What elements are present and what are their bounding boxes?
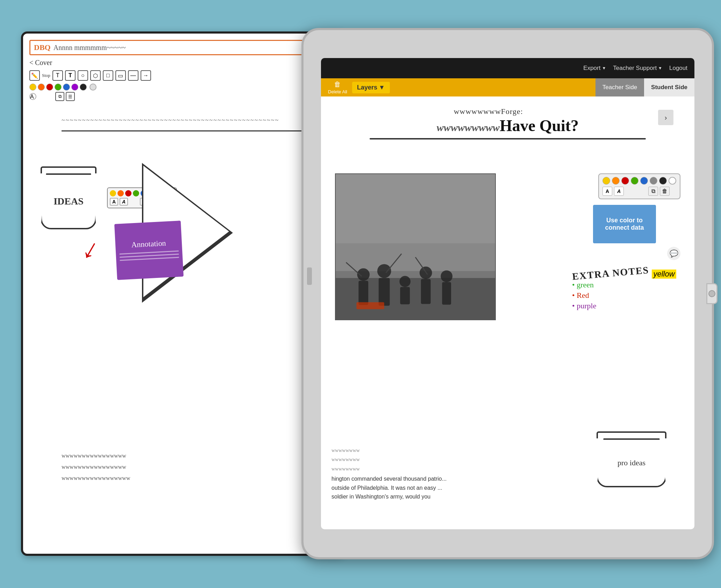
para-text: hington commanded several thousand patri… [331,474,569,501]
svg-rect-9 [400,287,410,304]
pencil-tool[interactable]: ✏️ [29,70,40,81]
side-circle [708,290,715,297]
soldiers-svg [336,173,495,320]
title-wavy-prefix: wwwwwwwww [437,122,500,133]
svg-rect-11 [421,279,431,304]
svg-point-8 [399,276,411,287]
wb-wavy-text: ~~~~~~~~~~~~~~~~~~~~~~~~~~~~~~~~~~~~~~~~… [62,117,279,124]
text-tool[interactable]: T [52,70,63,81]
line-tool[interactable]: — [128,70,138,81]
rect-tool[interactable]: □ [103,70,113,81]
svg-point-6 [377,264,391,278]
arrow-tool[interactable]: → [141,70,151,81]
delete-all-button[interactable]: 🗑 Delete All [328,80,347,94]
svg-point-12 [441,270,452,282]
color-purple[interactable] [71,84,78,91]
text-tool2[interactable]: T [65,70,76,81]
wb-dbq-label: DBQ [34,43,51,52]
teacher-support-button[interactable]: Teacher Support ▼ [613,65,662,72]
ip-font-a[interactable]: A [110,198,118,206]
cp-delete-btn[interactable]: 🗑 [660,187,670,196]
color-yellow[interactable] [29,84,36,91]
student-side-button[interactable]: Student Side [644,78,694,96]
svg-rect-13 [442,282,451,304]
pro-cup-body: pro ideas [597,438,666,487]
student-side-label: Student Side [651,84,687,91]
red-dot: • [572,291,577,300]
page-btn[interactable]: ☰ [66,92,75,101]
cp-font-a2[interactable]: A [614,187,624,196]
color-orange[interactable] [38,84,45,91]
circle-tool[interactable]: ○ [78,70,88,81]
teacher-support-caret: ▼ [658,66,662,71]
ann-line-3 [120,257,179,261]
speech-bubble-icon[interactable]: 💬 [667,247,680,260]
cp-row-2: A A ⧉ 🗑 [602,187,676,196]
svg-rect-2 [336,174,495,243]
annotation-lines [119,250,179,263]
whiteboard-palette: A ⧉ ☰ [29,84,99,101]
cp-white[interactable] [669,177,676,185]
cp-copy-btn[interactable]: ⧉ [648,187,658,196]
color-green[interactable] [55,84,62,91]
cup-body: IDEAS [41,173,97,229]
cp-green[interactable] [631,177,638,185]
ip-yellow[interactable] [110,190,116,196]
layers-caret: ▼ [379,84,385,91]
whiteboard-topbar: DBQ Annnn mmmmmm~~~~~ [29,40,334,55]
tablet-toolbar2: 🗑 Delete All Layers ▼ Teacher Side Stude… [321,78,694,96]
title-underline [370,138,646,139]
logout-button[interactable]: Logout [669,65,687,72]
content-title-area: wwwwwwwwForge: wwwwwwwwwHave Quit? [321,96,694,146]
ip-red[interactable] [125,190,131,196]
font-small[interactable]: A [29,93,36,100]
historical-image [335,173,496,320]
wb-wavy-area: ~~~~~~~~~~~~~~~~~~~~~~~~~~~~~~~~~~~~~~~~… [62,110,334,131]
purple-label: purple [577,301,596,310]
bottom-paragraph: wwwwwwww wwwwwwww wwwwwwww hington comma… [331,447,569,501]
svg-rect-7 [379,278,390,306]
title-wavy-1: wwwwwwwwForge: [335,107,680,116]
color-black[interactable] [80,84,87,91]
tablet-power-button[interactable] [307,267,312,285]
color-blue[interactable] [63,84,70,91]
next-page-button[interactable]: › [658,110,673,125]
pro-ideas-cup: pro ideas [597,431,666,487]
annotation-title: Annotation [131,238,166,249]
pro-cup-rim [597,431,666,438]
cp-font-a[interactable]: A [602,187,612,196]
cp-orange[interactable] [612,177,620,185]
cup-rim [41,166,97,173]
whiteboard: DBQ Annnn mmmmmm~~~~~ < Cover ✏️ Stop T … [21,31,343,556]
teacher-side-button[interactable]: Teacher Side [595,78,644,96]
cp-black[interactable] [659,177,667,185]
color-picker-panel: A A ⧉ 🗑 [598,173,680,199]
color-white[interactable] [90,84,97,91]
delete-icon: 🗑 [334,80,341,88]
cp-blue[interactable] [640,177,648,185]
teacher-side-label: Teacher Side [602,84,637,91]
pro-ideas-label: pro ideas [618,458,645,467]
bucket-tool[interactable]: ⬡ [90,70,101,81]
hist-img-bg [336,174,495,320]
ideas-label: IDEAS [53,196,84,207]
tablet-screen: Export ▼ Teacher Support ▼ Logout 🗑 Dele… [321,58,694,529]
rect-tool2[interactable]: ▭ [115,70,126,81]
whiteboard-toolbar[interactable]: ✏️ Stop T T ○ ⬡ □ ▭ — → [29,70,334,81]
ip-orange[interactable] [117,190,124,196]
note-green: • green [572,280,684,289]
layers-label: Layers [357,84,377,91]
cp-red[interactable] [621,177,629,185]
tablet-side-button[interactable] [706,283,718,304]
whiteboard-nav: < Cover [29,59,334,67]
ip-font-a2[interactable]: A [120,198,128,206]
para-wavy-2: wwwwwwww [331,456,569,464]
layers-button[interactable]: Layers ▼ [352,82,390,93]
color-red[interactable] [46,84,53,91]
cp-yellow[interactable] [602,177,610,185]
copy-btn[interactable]: ⧉ [55,92,64,101]
ip-green[interactable] [133,190,139,196]
export-button[interactable]: Export ▼ [583,65,606,72]
delete-all-label: Delete All [328,89,347,94]
cp-gray[interactable] [650,177,657,185]
